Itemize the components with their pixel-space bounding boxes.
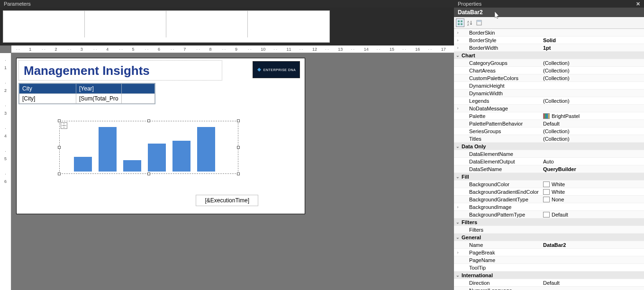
databar-chart[interactable]	[74, 125, 235, 172]
property-value[interactable]: 1pt	[541, 45, 644, 51]
property-row[interactable]: ›BorderSkin	[454, 29, 644, 36]
property-row[interactable]: BackgroundGradientEndColorWhite	[454, 188, 644, 196]
property-row[interactable]: NumeralLanguage	[454, 287, 644, 290]
property-category[interactable]: ⌄Filters	[454, 218, 644, 226]
expander-icon[interactable]: ⌄	[454, 235, 462, 240]
property-row[interactable]: DataSetNameQueryBuilder	[454, 165, 644, 173]
property-row[interactable]: Titles(Collection)	[454, 135, 644, 143]
property-value[interactable]: None	[541, 196, 644, 203]
property-value[interactable]: (Collection)	[541, 75, 644, 82]
property-value[interactable]: DataBar2	[541, 242, 644, 248]
property-value[interactable]: QueryBuilder	[541, 166, 644, 172]
expander-icon[interactable]: ⌄	[454, 53, 462, 58]
property-value[interactable]	[541, 108, 644, 109]
resize-handle[interactable]	[147, 119, 150, 122]
property-category[interactable]: ⌄Data Only	[454, 143, 644, 150]
property-row[interactable]: ›BackgroundImage	[454, 203, 644, 211]
property-value[interactable]	[541, 93, 644, 94]
property-row[interactable]: DynamicHeight	[454, 82, 644, 90]
expander-icon[interactable]: ⌄	[454, 174, 462, 179]
alphabetical-view-button[interactable]: AZ	[465, 18, 474, 27]
expander-icon[interactable]: ⌄	[454, 144, 462, 149]
property-value[interactable]: Default	[541, 211, 644, 218]
property-pages-button[interactable]	[475, 18, 483, 27]
property-row[interactable]: PaletteBrightPastel	[454, 112, 644, 120]
property-value[interactable]	[541, 207, 644, 208]
expander-icon[interactable]: ›	[454, 106, 462, 111]
expander-icon[interactable]: ⌄	[454, 273, 462, 278]
property-value[interactable]	[541, 267, 644, 268]
report-canvas[interactable]: Management Insights ENTERPRISE DNA City …	[16, 58, 305, 214]
resize-handle[interactable]	[237, 146, 240, 149]
property-value[interactable]: White	[541, 181, 644, 188]
chart-bar[interactable]	[172, 141, 190, 172]
chart-bar[interactable]	[74, 157, 92, 172]
report-title[interactable]: Management Insights	[18, 60, 222, 81]
param-cell[interactable]	[248, 11, 329, 37]
property-row[interactable]: BackgroundColorWhite	[454, 181, 644, 188]
property-row[interactable]: ChartAreas(Collection)	[454, 67, 644, 74]
property-value[interactable]: Auto	[541, 158, 644, 165]
expander-icon[interactable]: ›	[454, 38, 462, 43]
property-value[interactable]	[541, 252, 644, 253]
property-value[interactable]: (Collection)	[541, 67, 644, 74]
property-row[interactable]: DataElementName	[454, 150, 644, 158]
property-category[interactable]: ⌄International	[454, 272, 644, 279]
execution-time-field[interactable]: [&ExecutionTime]	[196, 195, 258, 206]
resize-handle[interactable]	[58, 146, 61, 149]
property-row[interactable]: Filters	[454, 226, 644, 234]
property-row[interactable]: DynamicWidth	[454, 90, 644, 97]
property-value[interactable]: (Collection)	[541, 136, 644, 142]
matrix-header[interactable]	[121, 84, 154, 94]
property-row[interactable]: CustomPaletteColors(Collection)	[454, 74, 644, 82]
resize-handle[interactable]	[58, 172, 61, 175]
property-row[interactable]: BackgroundGradientTypeNone	[454, 196, 644, 203]
property-row[interactable]: CategoryGroups(Collection)	[454, 59, 644, 67]
property-category[interactable]: ⌄Fill	[454, 173, 644, 181]
matrix-table[interactable]: City [Year] [City] [Sum(Total_Pro	[18, 83, 155, 104]
property-value[interactable]	[541, 85, 644, 86]
property-value[interactable]	[541, 229, 644, 230]
close-icon[interactable]: ✕	[636, 1, 640, 7]
move-handle-icon[interactable]	[61, 122, 67, 129]
chart-bar[interactable]	[123, 160, 141, 172]
matrix-header[interactable]: [Year]	[76, 84, 122, 94]
property-row[interactable]: ›BorderWidth1pt	[454, 44, 644, 52]
property-category[interactable]: ⌄General	[454, 234, 644, 241]
property-value[interactable]: (Collection)	[541, 98, 644, 104]
property-row[interactable]: PageName	[454, 256, 644, 264]
property-value[interactable]: (Collection)	[541, 128, 644, 135]
matrix-header[interactable]: City	[19, 84, 76, 94]
property-value[interactable]: Default	[541, 120, 644, 127]
selected-object-name[interactable]: DataBar2	[454, 8, 644, 17]
property-value[interactable]: White	[541, 189, 644, 195]
matrix-cell[interactable]	[121, 94, 154, 104]
chart-bar[interactable]	[148, 144, 166, 172]
property-row[interactable]: Legends(Collection)	[454, 97, 644, 105]
property-category[interactable]: ⌄Chart	[454, 52, 644, 59]
matrix-cell[interactable]: [Sum(Total_Pro	[76, 94, 122, 104]
resize-handle[interactable]	[58, 119, 61, 122]
property-value[interactable]	[541, 154, 644, 154]
properties-grid[interactable]: ›BorderSkin›BorderStyleSolid›BorderWidth…	[454, 29, 644, 290]
categorized-view-button[interactable]	[456, 18, 464, 27]
property-value[interactable]: Solid	[541, 37, 644, 44]
logo[interactable]: ENTERPRISE DNA	[253, 61, 300, 78]
property-row[interactable]: SeriesGroups(Collection)	[454, 127, 644, 135]
property-row[interactable]: ›BorderStyleSolid	[454, 36, 644, 44]
property-value[interactable]	[541, 32, 644, 33]
property-row[interactable]: PalettePatternBehaviorDefault	[454, 120, 644, 127]
property-row[interactable]: BackgroundPatternTypeDefault	[454, 211, 644, 218]
expander-icon[interactable]: ›	[454, 250, 462, 255]
resize-handle[interactable]	[147, 172, 150, 175]
design-surface[interactable]: · · 1· · 2· · 3· · 4· · 5· · 6· · 7· · 8…	[0, 45, 454, 290]
expander-icon[interactable]: ›	[454, 205, 462, 209]
property-row[interactable]: ›NoDataMessage	[454, 105, 644, 112]
property-row[interactable]: ›PageBreak	[454, 249, 644, 256]
param-cell[interactable]	[85, 11, 166, 37]
expander-icon[interactable]: ⌄	[454, 220, 462, 225]
parameters-table[interactable]	[3, 10, 330, 43]
chart-bar[interactable]	[99, 127, 117, 172]
resize-handle[interactable]	[237, 172, 240, 175]
property-row[interactable]: DirectionDefault	[454, 279, 644, 287]
